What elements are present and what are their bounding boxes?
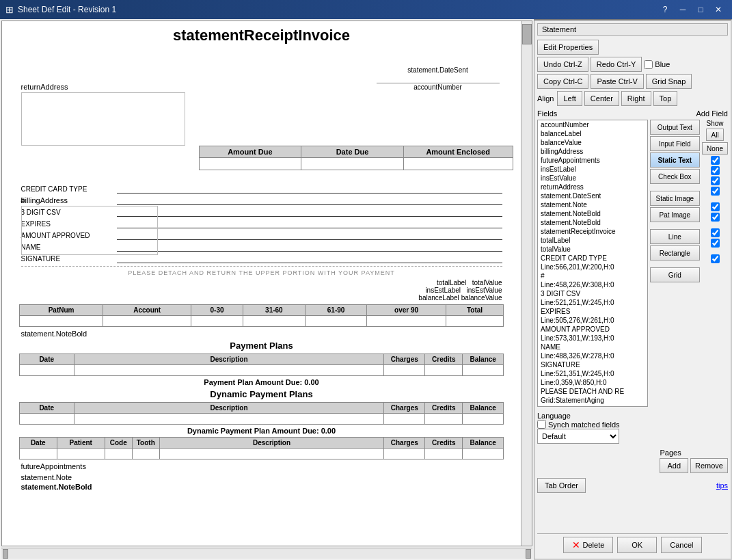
static-image-button[interactable]: Static Image [650,191,701,206]
static-text-check[interactable] [711,176,720,185]
align-left-button[interactable]: Left [557,91,582,106]
tips-link[interactable]: tips [716,481,728,490]
pat-image-button[interactable]: Pat Image [650,207,701,222]
input-field-button[interactable]: Input Field [650,136,701,151]
fields-list-item[interactable]: Line:488,326,W:278,H:0 [538,351,647,360]
fields-list-item[interactable]: insEstLabel [538,165,647,174]
fields-list-item[interactable]: CREDIT CARD TYPE [538,254,647,263]
add-page-button[interactable]: Add [660,458,688,473]
fields-list-item[interactable]: billingAddress [538,147,647,156]
amount-enclosed-header: Amount Enclosed [403,146,513,158]
scrollbar-horizontal[interactable] [1,548,532,559]
align-label: Align [537,94,554,103]
cancel-button[interactable]: Cancel [661,537,702,553]
align-right-button[interactable]: Right [621,91,651,106]
fields-list-item[interactable]: statement.NoteBold [538,209,647,218]
fields-list-item[interactable]: Grid:StatementAging [538,396,647,405]
language-dropdown[interactable]: Default [537,429,619,444]
fields-list-item[interactable]: Line:521,251,W:245,H:0 [538,298,647,307]
fields-list-item[interactable]: # [538,271,647,280]
remove-page-button[interactable]: Remove [690,458,728,473]
billing-address-box [21,206,158,255]
ok-button[interactable]: OK [617,537,657,553]
scrollbar-vertical[interactable] [521,21,532,546]
main-date-header: Date [19,438,57,449]
fields-list-item[interactable]: statement.NoteBold [538,218,647,227]
check-box-check[interactable] [711,187,720,196]
undo-button[interactable]: Undo Ctrl-Z [537,57,588,72]
output-text-button[interactable]: Output Text [650,120,701,135]
minimize-button[interactable]: ─ [675,3,691,16]
fields-list-item[interactable]: Line:573,301,W:193,H:0 [538,334,647,343]
fields-list-item[interactable]: 3 DIGIT CSV [538,289,647,298]
fields-list-item[interactable]: SIGNATURE [538,360,647,369]
blue-checkbox[interactable] [644,60,653,69]
fields-list-item[interactable]: statementReceiptInvoice [538,227,647,236]
fields-list-item[interactable]: insEstValue [538,174,647,183]
fields-list-item[interactable]: Line:458,226,W:308,H:0 [538,280,647,289]
scroll-right-btn[interactable] [526,549,531,559]
check-box-button[interactable]: Check Box [650,169,701,184]
aging-data-row [19,316,504,327]
fields-list-item[interactable]: statement.DateSent [538,191,647,200]
edit-properties-button[interactable]: Edit Properties [537,40,599,55]
pp-balance-header: Balance [463,354,504,365]
grid-snap-button[interactable]: Grid Snap [646,74,692,89]
sync-matched-checkbox[interactable] [537,420,546,429]
fields-list-item[interactable]: statement.Note [538,200,647,209]
input-field-check[interactable] [711,166,720,175]
grid-check[interactable] [711,254,720,263]
fields-list-item[interactable]: Line:521,351,W:245,H:0 [538,369,647,378]
help-button[interactable]: ? [657,3,673,16]
line-check[interactable] [711,228,720,237]
static-text-button[interactable]: Static Text [650,152,701,168]
line-button[interactable]: Line [650,229,701,244]
window-title: Sheet Def Edit - Revision 1 [18,5,657,14]
canvas-area[interactable]: statementReceiptInvoice returnAddress st… [1,21,532,546]
fields-list-item[interactable]: balanceValue [538,138,647,147]
fields-list-item[interactable]: balanceLabel [538,129,647,138]
dpp-credits-header: Credits [425,403,463,414]
fields-list-item[interactable]: PLEASE DETACH AND RE [538,387,647,396]
window-controls: ? ─ □ ✕ [657,3,727,16]
paste-button[interactable]: Paste Ctrl-V [591,74,643,89]
fields-list-item[interactable]: EXPIRES [538,307,647,316]
main-patient-header: Patient [57,438,105,449]
show-none-button[interactable]: None [702,142,728,155]
fields-list-item[interactable]: totalLabel [538,236,647,245]
rectangle-check[interactable] [711,239,720,248]
output-text-check[interactable] [711,156,720,165]
scroll-left-btn[interactable] [3,549,8,559]
rectangle-button[interactable]: Rectangle [650,245,701,261]
show-all-button[interactable]: All [706,129,723,141]
fields-list-item[interactable]: futureAppointments [538,156,647,165]
fields-list-item[interactable]: Line:566,201,W:200,H:0 [538,263,647,271]
maximize-button[interactable]: □ [692,3,709,16]
fields-list-item[interactable]: Grid:StatementDynamicPay [538,405,647,407]
fields-list-item[interactable]: AMOUNT APPROVED [538,325,647,334]
copy-button[interactable]: Copy Ctrl-C [537,74,588,89]
main-credits-header: Credits [425,438,463,449]
delete-button[interactable]: ✕ Delete [563,537,614,553]
align-top-button[interactable]: Top [653,91,678,106]
main-table: Date Patient Code Tooth Description Char… [19,437,504,459]
fields-list-item[interactable]: Line:505,276,W:261,H:0 [538,316,647,325]
amount-due-header: Amount Due [199,146,301,158]
redo-button[interactable]: Redo Ctrl-Y [591,57,642,72]
fields-list-item[interactable]: accountNumber [538,120,647,129]
align-center-button[interactable]: Center [584,91,619,106]
static-image-check[interactable] [711,202,720,211]
fields-list[interactable]: accountNumberbalanceLabelbalanceValuebil… [537,120,648,407]
delete-icon: ✕ [572,539,580,550]
fields-list-item[interactable]: totalValue [538,245,647,254]
fields-list-item[interactable]: Line:0,359,W:850,H:0 [538,378,647,387]
close-button[interactable]: ✕ [710,3,727,16]
dpp-charges-header: Charges [384,403,425,414]
fields-list-item[interactable]: NAME [538,343,647,351]
tab-order-button[interactable]: Tab Order [537,478,586,493]
fields-list-item[interactable]: returnAddress [538,183,647,191]
grid-button[interactable]: Grid [650,267,701,282]
fields-label: Fields [537,109,557,118]
pat-image-check[interactable] [711,213,720,222]
scrollbar-thumb[interactable] [522,24,532,44]
